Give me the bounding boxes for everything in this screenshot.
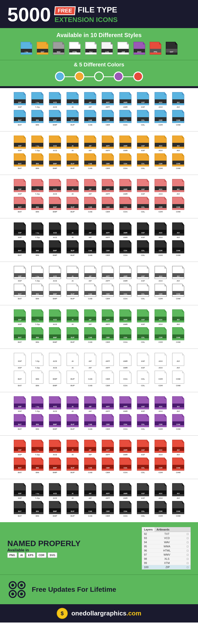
- icon-item: ASFASF: [135, 92, 151, 108]
- svg-text:CHM: CHM: [176, 120, 180, 121]
- svg-text:BAT: BAT: [18, 206, 22, 208]
- icon-item: BINBIN: [29, 196, 46, 213]
- svg-text:AI: AI: [72, 406, 74, 408]
- svg-text:DIVX: DIVX: [137, 51, 141, 53]
- icon-item: CABCAB: [82, 370, 99, 387]
- icon-item: 7-Zip7-Zip: [29, 135, 46, 152]
- svg-text:AIFF: AIFF: [106, 449, 110, 451]
- svg-text:CDL: CDL: [141, 510, 145, 512]
- svg-text:CDR: CDR: [159, 250, 162, 252]
- svg-text:AIFF: AIFF: [106, 275, 110, 277]
- svg-text:CDR: CDR: [159, 467, 162, 469]
- svg-text:BUP: BUP: [71, 293, 75, 295]
- icon-item: CDACDA: [117, 110, 134, 126]
- icon-item: 3GP3GP: [12, 396, 28, 412]
- svg-text:AI: AI: [72, 102, 74, 103]
- style-sample-icon: PPS: [148, 42, 163, 55]
- svg-text:3GP: 3GP: [18, 319, 22, 320]
- svg-text:3GP: 3GP: [18, 102, 22, 103]
- svg-text:ASF: ASF: [141, 188, 145, 190]
- icon-item: BMPBMP: [47, 240, 63, 256]
- icon-item: CDRCDR: [152, 327, 169, 343]
- named-section: NAMED PROPERLY Available in PNGAIEPSCDRS…: [0, 522, 198, 574]
- svg-text:BUP: BUP: [71, 467, 75, 469]
- svg-text:BIN: BIN: [36, 467, 39, 469]
- icon-item: BUPBUP: [64, 110, 81, 126]
- icon-item: CBRCBR: [99, 240, 116, 256]
- icon-item: BATBAT: [12, 240, 28, 256]
- icon-item: CDACDA: [117, 240, 134, 256]
- icon-item: AVIAVI: [170, 135, 186, 152]
- svg-text:CBR: CBR: [106, 250, 109, 252]
- icon-item: ASXASX: [152, 396, 169, 412]
- svg-text:AIFF: AIFF: [106, 319, 110, 320]
- svg-text:CBR: CBR: [106, 163, 109, 164]
- svg-text:AMR: AMR: [123, 319, 127, 320]
- layers-tab-layers[interactable]: Layers: [142, 527, 154, 532]
- format-badge: CDR: [37, 552, 47, 558]
- layers-panel: Layers Artboards 92TXT□93VCD□94WAV□95WMA…: [142, 527, 191, 570]
- format-badge: PNG: [7, 552, 17, 558]
- icon-item: AVIAVI: [170, 266, 186, 282]
- icon-item: ASXASX: [152, 309, 169, 326]
- icons-section-dark: 3GP3GP7-Zip7-ZipACEACEAIAIAIFAIFAIFFAIFF…: [0, 218, 198, 262]
- icon-item: BUPBUP: [64, 327, 81, 343]
- svg-text:ASF: ASF: [141, 275, 145, 277]
- icon-item: AIAI: [64, 440, 81, 456]
- svg-text:CDL: CDL: [141, 293, 145, 295]
- icons-row: BATBATBINBINBMPBMPBUPBUPCABCABCBRCBRCDAC…: [3, 240, 195, 256]
- layers-tab-artboards[interactable]: Artboards: [154, 527, 171, 532]
- svg-text:AVI: AVI: [177, 102, 179, 103]
- style-sample-icon: JAR: [116, 42, 130, 55]
- icon-item: BINBIN: [29, 457, 46, 474]
- svg-text:CBR: CBR: [106, 120, 109, 121]
- icons-row: 3GP3GP7-Zip7-ZipACEACEAIAIAIFAIFAIFFAIFF…: [3, 440, 195, 456]
- svg-text:CDL: CDL: [141, 206, 145, 208]
- svg-text:AMR: AMR: [123, 360, 128, 362]
- svg-text:AVI: AVI: [177, 493, 179, 494]
- svg-text:PPS: PPS: [154, 51, 157, 53]
- icon-item: CBRCBR: [99, 501, 116, 517]
- svg-text:DAT: DAT: [170, 51, 173, 53]
- svg-text:AI: AI: [72, 188, 74, 190]
- layers-row: 99XTM□: [142, 561, 190, 565]
- svg-text:CDL: CDL: [141, 120, 145, 121]
- icon-item: AIFFAIFF: [99, 309, 116, 326]
- svg-point-407: [20, 592, 23, 596]
- icon-item: CDLCDL: [135, 240, 151, 256]
- icon-item: ASXASX: [152, 135, 169, 152]
- icon-item: AIFAIF: [82, 309, 99, 326]
- svg-text:BAT: BAT: [18, 510, 22, 512]
- svg-text:AI: AI: [72, 493, 74, 494]
- icon-item: BMPBMP: [47, 501, 63, 517]
- icon-item: BATBAT: [12, 284, 28, 300]
- icon-item: BATBAT: [12, 327, 28, 343]
- icon-item: AIFFAIFF: [99, 179, 116, 195]
- updates-text: Free Updates For Lifetime: [32, 586, 116, 594]
- svg-text:CDR: CDR: [159, 293, 162, 295]
- icons-row: 3GP3GP7-Zip7-ZipACEACEAIAIAIFAIFAIFFAIFF…: [3, 396, 195, 412]
- svg-text:3GP: 3GP: [18, 275, 22, 277]
- icons-row: 3GP3GP7-Zip7-ZipACEACEAIAIAIFAIFAIFFAIFF…: [3, 266, 195, 282]
- icon-item: AVIAVI: [170, 352, 186, 369]
- icon-item: BATBAT: [12, 414, 28, 430]
- free-badge: FREE: [54, 6, 76, 15]
- layers-row: 97WMV□: [142, 553, 190, 557]
- svg-text:BMP: BMP: [53, 337, 57, 338]
- dark-separator: [0, 86, 198, 88]
- svg-text:CHM: CHM: [176, 250, 180, 252]
- colors-dots: [5, 72, 193, 81]
- svg-text:AI: AI: [72, 449, 74, 451]
- svg-text:AVI: AVI: [177, 188, 179, 190]
- icon-item: CDACDA: [117, 370, 134, 387]
- footer-logo: $: [57, 608, 68, 619]
- icon-item: ASXASX: [152, 222, 169, 238]
- icon-item: CHMCHM: [170, 370, 186, 387]
- icon-item: BATBAT: [12, 370, 28, 387]
- color-dot: [94, 72, 104, 81]
- svg-text:AIFF: AIFF: [106, 493, 110, 494]
- footer: $ onedollargraphics.com: [0, 604, 198, 622]
- svg-text:CDA: CDA: [123, 206, 127, 208]
- icon-item: 3GP3GP: [12, 309, 28, 326]
- style-sample-icon: WAV: [51, 42, 66, 55]
